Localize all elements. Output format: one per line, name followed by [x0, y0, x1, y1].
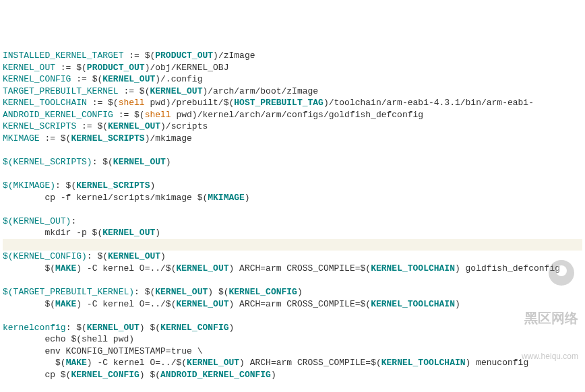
makefile-code: INSTALLED_KERNEL_TARGET := $(PRODUCT_OUT… [3, 50, 582, 392]
